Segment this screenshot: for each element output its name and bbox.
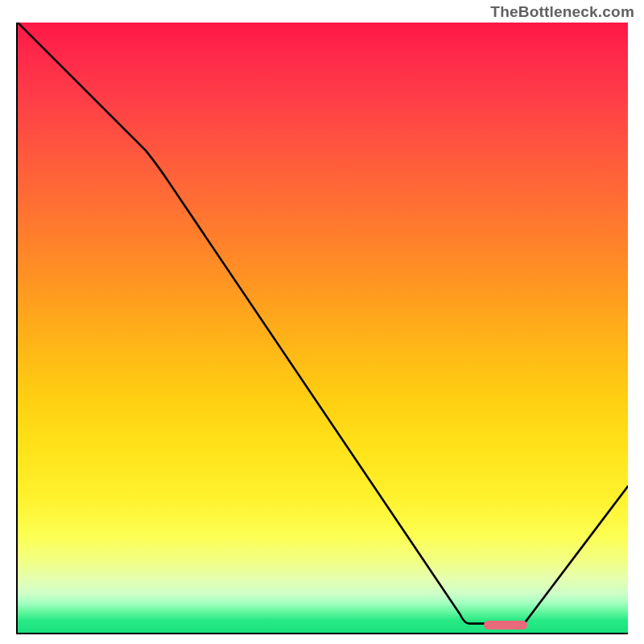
optimum-marker: [484, 621, 526, 630]
attribution-text: TheBottleneck.com: [490, 3, 634, 21]
plot-area: [16, 23, 628, 634]
chart-svg: [18, 23, 628, 633]
curve-path: [18, 23, 628, 624]
